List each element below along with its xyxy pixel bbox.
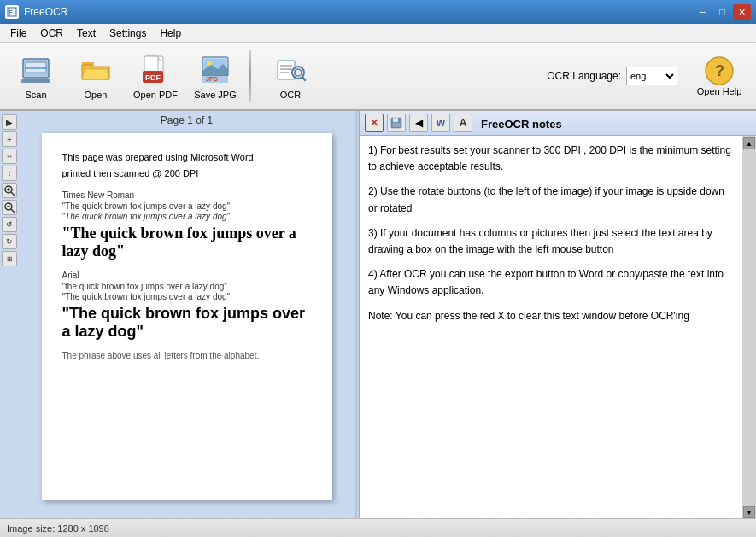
doc-sample-2b: "The quick brown fox jumps over a lazy d… bbox=[62, 292, 312, 301]
fit-width-button[interactable]: ↔ bbox=[2, 149, 17, 164]
doc-sample-1b: "The quick brown fox jumps over a lazy d… bbox=[62, 212, 312, 221]
svg-text:?: ? bbox=[715, 62, 724, 79]
open-pdf-icon: PDF bbox=[138, 53, 173, 87]
image-content: Page 1 of 1 This page was prepared using… bbox=[19, 111, 355, 518]
scrollbar[interactable]: ▲ ▼ bbox=[742, 136, 756, 518]
notes-toolbar: ✕ ◀ W A FreeOCR notes bbox=[360, 111, 756, 136]
scan-label: Scan bbox=[25, 90, 46, 100]
app-title: FreeOCR bbox=[24, 6, 694, 18]
status-bar: Image size: 1280 x 1098 bbox=[0, 518, 756, 537]
scroll-down[interactable]: ▼ bbox=[743, 506, 755, 518]
notes-save-button[interactable] bbox=[387, 114, 406, 132]
note-4: 4) After OCR you can use the export butt… bbox=[368, 266, 734, 299]
ocr-language-area: OCR Language: eng fra deu spa ? Open Hel… bbox=[547, 46, 749, 106]
page-indicator: Page 1 of 1 bbox=[161, 111, 213, 130]
notes-word-button[interactable]: W bbox=[431, 114, 450, 132]
note-5: Note: You can press the red X to clear t… bbox=[368, 308, 734, 324]
doc-footer: The phrase above uses all letters from t… bbox=[62, 351, 312, 360]
fit-height-button[interactable]: ↕ bbox=[2, 166, 17, 181]
app-icon: F bbox=[5, 5, 19, 19]
svg-rect-33 bbox=[393, 118, 398, 122]
note-3: 3) If your document has columns or pictu… bbox=[368, 225, 734, 258]
doc-line-2: printed then scanned @ 200 DPI bbox=[62, 166, 312, 181]
doc-line-1: This page was prepared using Microsoft W… bbox=[62, 150, 312, 165]
open-pdf-label: Open PDF bbox=[133, 90, 178, 100]
svg-point-21 bbox=[295, 69, 302, 76]
play-button[interactable]: ▶ bbox=[2, 114, 17, 130]
window-controls: ─ □ ✕ bbox=[694, 4, 751, 20]
scroll-up[interactable]: ▲ bbox=[743, 137, 755, 149]
doc-sample-1a: "The quick brown fox jumps over a lazy d… bbox=[62, 201, 312, 211]
notes-font-button[interactable]: A bbox=[454, 114, 472, 132]
document-page: This page was prepared using Microsoft W… bbox=[42, 133, 332, 500]
rotate-cw-button[interactable]: ↻ bbox=[2, 234, 17, 249]
svg-line-30 bbox=[11, 209, 15, 213]
menu-settings[interactable]: Settings bbox=[103, 26, 153, 41]
notes-clear-button[interactable]: ✕ bbox=[365, 114, 384, 132]
help-icon: ? bbox=[704, 55, 735, 86]
open-icon bbox=[79, 53, 113, 87]
open-help-button[interactable]: ? Open Help bbox=[689, 46, 749, 106]
zoom-in-button[interactable] bbox=[2, 183, 17, 198]
minimize-button[interactable]: ─ bbox=[694, 4, 712, 20]
scan-icon bbox=[19, 53, 53, 87]
ocr-label: OCR bbox=[280, 90, 301, 100]
notes-panel: ✕ ◀ W A FreeOCR notes 1) For best result… bbox=[359, 111, 756, 518]
toolbar-separator bbox=[249, 50, 251, 102]
open-help-label: Open Help bbox=[697, 86, 742, 96]
save-jpg-label: Save JPG bbox=[194, 90, 237, 100]
scan-button[interactable]: Scan bbox=[7, 46, 65, 106]
ocr-button[interactable]: OCR bbox=[256, 46, 325, 106]
note-2: 2) Use the rotate buttons (to the left o… bbox=[368, 184, 734, 216]
menu-text[interactable]: Text bbox=[70, 26, 103, 41]
rotate-ccw-button[interactable]: ↺ bbox=[2, 217, 17, 232]
open-pdf-button[interactable]: PDF Open PDF bbox=[126, 46, 185, 106]
ocr-icon bbox=[273, 53, 308, 87]
ocr-language-label: OCR Language: bbox=[547, 70, 621, 82]
notes-title: FreeOCR notes bbox=[476, 114, 567, 132]
status-text: Image size: 1280 x 1098 bbox=[7, 523, 109, 534]
doc-sample-2c: "The quick brown fox jumps over a lazy d… bbox=[62, 305, 312, 341]
font-label-1: Times New Roman bbox=[62, 190, 312, 200]
grid-button[interactable]: ⊞ bbox=[2, 251, 17, 266]
fit-button[interactable]: + bbox=[2, 131, 17, 147]
notes-back-button[interactable]: ◀ bbox=[409, 114, 428, 132]
doc-sample-1c: "The quick brown fox jumps over a lazy d… bbox=[62, 225, 312, 260]
svg-text:PDF: PDF bbox=[145, 73, 161, 82]
svg-rect-5 bbox=[25, 67, 47, 69]
svg-text:F: F bbox=[9, 9, 13, 16]
note-1: 1) For best results set your scanner to … bbox=[368, 143, 734, 175]
svg-rect-34 bbox=[393, 123, 400, 127]
svg-line-22 bbox=[302, 77, 305, 80]
title-bar: F FreeOCR ─ □ ✕ bbox=[0, 0, 756, 24]
toolbar: Scan Open PDF Open PDF bbox=[0, 43, 756, 111]
maximize-button[interactable]: □ bbox=[713, 4, 731, 20]
open-button[interactable]: Open bbox=[67, 46, 125, 106]
font-label-2: Arial bbox=[62, 271, 312, 280]
menu-help[interactable]: Help bbox=[153, 26, 188, 41]
menu-bar: File OCR Text Settings Help bbox=[0, 24, 756, 43]
ocr-language-select[interactable]: eng fra deu spa bbox=[626, 67, 677, 85]
notes-content[interactable]: 1) For best results set your scanner to … bbox=[360, 136, 742, 518]
menu-file[interactable]: File bbox=[3, 26, 33, 41]
save-jpg-button[interactable]: JPG Save JPG bbox=[186, 46, 244, 106]
close-button[interactable]: ✕ bbox=[733, 4, 751, 20]
doc-sample-2a: "the quick brown fox jumps over a lazy d… bbox=[62, 282, 312, 291]
menu-ocr[interactable]: OCR bbox=[33, 26, 70, 41]
image-panel: ▶ + ↔ ↕ ↺ ↻ ⊞ bbox=[0, 111, 355, 518]
save-jpg-icon: JPG bbox=[198, 53, 232, 87]
svg-line-26 bbox=[11, 192, 15, 196]
svg-text:JPG: JPG bbox=[206, 76, 219, 82]
main-area: ▶ + ↔ ↕ ↺ ↻ ⊞ bbox=[0, 111, 756, 518]
image-toolbar: ▶ + ↔ ↕ ↺ ↻ ⊞ bbox=[0, 111, 19, 518]
open-label: Open bbox=[85, 90, 108, 100]
svg-rect-4 bbox=[21, 79, 50, 83]
zoom-out-button[interactable] bbox=[2, 200, 17, 215]
